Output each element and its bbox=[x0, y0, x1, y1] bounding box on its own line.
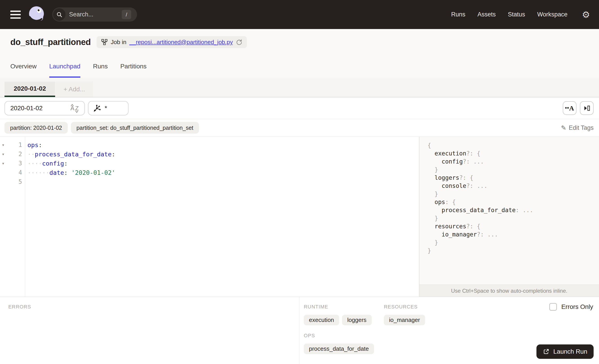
errors-only-toggle[interactable]: Errors Only bbox=[549, 303, 593, 311]
edit-tags-button[interactable]: ✎ Edit Tags bbox=[561, 124, 594, 132]
tab-partitions[interactable]: Partitions bbox=[120, 55, 147, 78]
schema-punct: } bbox=[434, 239, 438, 246]
nav-link-runs[interactable]: Runs bbox=[451, 11, 465, 18]
schema-line: execution?: { bbox=[428, 149, 599, 157]
search-shortcut-badge: / bbox=[122, 10, 131, 19]
partition-tab-add[interactable]: + Add... bbox=[56, 82, 93, 97]
code-line[interactable] bbox=[27, 177, 419, 187]
yaml-key: process_data_for_date bbox=[35, 151, 112, 158]
config-schema-panel: {execution?: {config?: ...}loggers?: {co… bbox=[419, 137, 599, 297]
sort-az-icon: A Z bbox=[70, 103, 80, 113]
section-pill[interactable]: execution bbox=[304, 315, 339, 325]
nav-link-status[interactable]: Status bbox=[508, 11, 525, 18]
schema-punct: ?: { bbox=[466, 150, 480, 157]
fold-arrow-icon[interactable]: ▾ bbox=[0, 159, 10, 168]
tag-pill: partition: 2020-01-02 bbox=[5, 122, 68, 134]
yaml-punct: : bbox=[38, 141, 42, 148]
reload-icon[interactable] bbox=[236, 39, 242, 45]
op-selector-input[interactable] bbox=[88, 101, 129, 115]
play-panel-icon bbox=[583, 105, 590, 112]
yaml-string: '2020-01-02' bbox=[71, 169, 115, 176]
config-editor[interactable]: ▾▾▾ 12345 ops:··process_data_for_date:··… bbox=[0, 137, 419, 297]
tab-runs[interactable]: Runs bbox=[93, 55, 107, 78]
config-section-ops: OPSprocess_data_for_date bbox=[304, 333, 374, 354]
schema-key: ops bbox=[434, 199, 445, 205]
schema-line: loggers?: { bbox=[428, 174, 599, 182]
code-line[interactable]: ··process_data_for_date: bbox=[27, 150, 419, 159]
menu-icon[interactable] bbox=[10, 11, 21, 19]
schema-line: { bbox=[428, 141, 599, 149]
code-line[interactable]: ····config: bbox=[27, 159, 419, 168]
section-pills: io_manager bbox=[384, 315, 453, 325]
tab-launchpad[interactable]: Launchpad bbox=[49, 55, 80, 78]
schema-line: } bbox=[428, 190, 599, 198]
schema-line: io_manager?: ... bbox=[428, 230, 599, 238]
job-tabs: OverviewLaunchpadRunsPartitions bbox=[0, 55, 599, 78]
nav-link-assets[interactable]: Assets bbox=[477, 11, 496, 18]
op-graph-splat-icon bbox=[93, 104, 101, 113]
schema-punct: : ... bbox=[516, 207, 533, 214]
op-selector-field[interactable] bbox=[105, 105, 123, 112]
code-line[interactable]: ······date: '2020-01-02' bbox=[27, 168, 419, 177]
schema-key: resources bbox=[434, 223, 466, 230]
errors-only-label: Errors Only bbox=[561, 303, 593, 311]
nav-link-workspace[interactable]: Workspace bbox=[537, 11, 568, 18]
partition-value-field[interactable] bbox=[10, 105, 64, 112]
config-section-resources: RESOURCESio_manager bbox=[384, 304, 453, 325]
fold-spacer bbox=[0, 168, 10, 177]
whitespace-dots: ···· bbox=[27, 160, 42, 167]
partition-tab-active[interactable]: 2020-01-02 bbox=[5, 82, 55, 97]
gear-icon[interactable]: ⚙ bbox=[582, 10, 590, 19]
edit-tags-label: Edit Tags bbox=[569, 124, 594, 131]
partition-select-input[interactable]: A Z bbox=[5, 101, 85, 115]
line-number-gutter: 12345 bbox=[10, 137, 25, 297]
schema-line: } bbox=[428, 238, 599, 247]
tab-overview[interactable]: Overview bbox=[10, 55, 37, 78]
search-icon bbox=[53, 8, 65, 21]
schema-key: process_data_for_date bbox=[442, 207, 516, 214]
schema-key: io_manager bbox=[442, 231, 477, 238]
top-nav: Search... / RunsAssetsStatusWorkspace ⚙ bbox=[0, 0, 599, 29]
dagster-logo-icon[interactable] bbox=[27, 5, 46, 24]
section-pill[interactable]: loggers bbox=[342, 315, 371, 325]
section-pill[interactable]: io_manager bbox=[384, 315, 425, 325]
schema-line: ops: { bbox=[428, 198, 599, 206]
errors-only-checkbox[interactable] bbox=[549, 303, 557, 311]
search-input[interactable]: Search... / bbox=[52, 8, 137, 22]
partition-tab-strip: 2020-01-02 + Add... bbox=[0, 78, 599, 97]
line-number: 5 bbox=[10, 177, 25, 187]
page-header: do_stuff_partitioned Job in __reposi...a… bbox=[0, 29, 599, 55]
section-pills: process_data_for_date bbox=[304, 344, 374, 354]
errors-label: ERRORS bbox=[8, 304, 299, 310]
schema-punct: ?: { bbox=[459, 174, 474, 181]
nav-links: RunsAssetsStatusWorkspace ⚙ bbox=[451, 10, 590, 19]
launch-external-icon bbox=[543, 348, 549, 355]
schema-punct: { bbox=[428, 142, 431, 149]
toggle-whitespace-button[interactable]: ••A bbox=[563, 101, 576, 115]
tag-pill: partition_set: do_stuff_partitioned_part… bbox=[71, 122, 199, 134]
job-badge-prefix: Job in bbox=[111, 39, 126, 46]
section-pills: executionloggers bbox=[304, 315, 373, 325]
schema-punct: } bbox=[434, 215, 438, 222]
whitespace-dots: ·· bbox=[27, 151, 35, 158]
launch-run-button[interactable]: Launch Run bbox=[537, 344, 594, 359]
code-line[interactable]: ops: bbox=[27, 140, 419, 150]
page-title: do_stuff_partitioned bbox=[10, 37, 91, 47]
yaml-key: date bbox=[50, 169, 64, 176]
schema-key: console bbox=[442, 182, 467, 189]
fold-arrow-icon[interactable]: ▾ bbox=[0, 140, 10, 150]
toggle-schema-panel-button[interactable] bbox=[580, 101, 594, 115]
section-pill[interactable]: process_data_for_date bbox=[304, 344, 374, 354]
yaml-code-area[interactable]: ops:··process_data_for_date:····config:·… bbox=[25, 137, 419, 297]
search-placeholder: Search... bbox=[69, 11, 93, 18]
schema-punct: } bbox=[434, 191, 438, 197]
fold-arrow-icon[interactable]: ▾ bbox=[0, 150, 10, 159]
fold-gutter: ▾▾▾ bbox=[0, 137, 10, 297]
yaml-key: config bbox=[42, 160, 64, 167]
fold-spacer bbox=[0, 177, 10, 187]
whitespace-dots: ······ bbox=[27, 169, 50, 176]
yaml-punct: : bbox=[112, 151, 115, 158]
job-file-link[interactable]: __reposi...artitioned@partitioned_job.py bbox=[129, 39, 233, 46]
schema-key: execution bbox=[434, 150, 466, 157]
bottom-panel: ERRORS RUNTIMEexecutionloggersRESOURCESi… bbox=[0, 297, 599, 364]
